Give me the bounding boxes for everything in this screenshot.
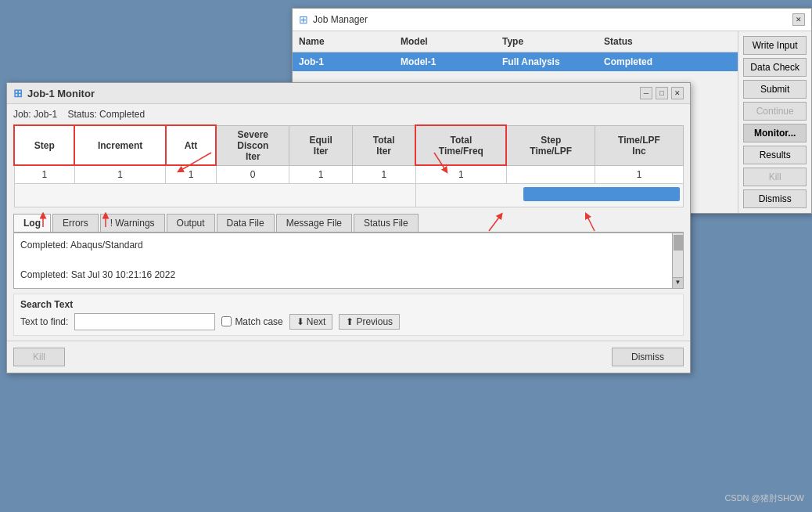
monitor-status-label: Status: — [67, 109, 96, 120]
monitor-tabs: Log Errors ! Warnings Output Data File M… — [13, 214, 684, 233]
monitor-window-controls: ─ □ ✕ — [640, 87, 684, 99]
monitor-minimize-btn[interactable]: ─ — [640, 87, 652, 99]
monitor-maximize-btn[interactable]: □ — [656, 87, 668, 99]
progress-empty — [14, 184, 415, 207]
next-arrow-icon: ⬇ — [296, 316, 304, 327]
cell-increment: 1 — [74, 165, 165, 184]
col-increment: Increment — [74, 125, 165, 165]
data-check-button[interactable]: Data Check — [743, 58, 807, 77]
jm-row-type: Full Analysis — [496, 55, 598, 69]
cell-time-inc: 1 — [595, 165, 683, 184]
jm-col-status: Status — [598, 34, 692, 49]
match-case-checkbox[interactable] — [221, 316, 232, 326]
monitor-kill-button[interactable]: Kill — [13, 348, 65, 366]
jm-buttons-panel: Write Input Data Check Submit Continue M… — [738, 31, 811, 213]
jm-row-model: Model-1 — [394, 55, 496, 69]
tab-status-file[interactable]: Status File — [354, 214, 419, 232]
monitor-status-value: Completed — [99, 109, 145, 120]
monitor-data-table: Step Increment Att SevereDisconIter Equi… — [13, 124, 684, 207]
search-input[interactable] — [74, 313, 215, 330]
monitor-window: ⊞ Job-1 Monitor ─ □ ✕ Job: Job-1 Status:… — [6, 82, 691, 373]
scroll-down-btn[interactable]: ▼ — [673, 277, 683, 288]
monitor-content-area: Job: Job-1 Status: Completed Step Increm… — [7, 104, 690, 341]
progress-bar-cell — [415, 184, 683, 207]
jm-table-row[interactable]: Job-1 Model-1 Full Analysis Completed — [293, 52, 738, 71]
jm-dismiss-button[interactable]: Dismiss — [743, 189, 807, 208]
jm-kill-button[interactable]: Kill — [743, 168, 807, 186]
col-time-inc: Time/LPFInc — [595, 125, 683, 165]
jm-window-controls: ✕ — [792, 13, 805, 26]
cell-step: 1 — [14, 165, 74, 184]
scroll-thumb[interactable] — [674, 235, 683, 251]
monitor-close-btn[interactable]: ✕ — [671, 87, 684, 99]
jm-col-model: Model — [394, 34, 496, 49]
table-header-row: Step Increment Att SevereDisconIter Equi… — [14, 125, 684, 165]
match-case-label[interactable]: Match case — [221, 316, 282, 327]
prev-label: Previous — [356, 316, 393, 327]
col-step-time: StepTime/LPF — [506, 125, 595, 165]
search-row: Text to find: Match case ⬇ Next ⬆ Previo… — [20, 313, 677, 330]
col-equil-iter: EquilIter — [289, 125, 353, 165]
log-line-1: Completed: Abaqus/Standard — [20, 238, 667, 253]
col-total-iter: TotalIter — [353, 125, 416, 165]
col-total-time: TotalTime/Freq — [415, 125, 506, 165]
cell-total-time: 1 — [415, 165, 506, 184]
jm-col-name: Name — [293, 34, 394, 49]
jm-app-icon: ⊞ — [299, 13, 308, 26]
job-manager-titlebar: ⊞ Job Manager ✕ — [293, 9, 811, 31]
monitor-button[interactable]: Monitor... — [743, 124, 807, 142]
results-button[interactable]: Results — [743, 146, 807, 164]
job-manager-title: Job Manager — [313, 14, 368, 25]
progress-bar — [523, 187, 680, 201]
tab-log[interactable]: Log — [13, 214, 51, 232]
tab-warnings[interactable]: ! Warnings — [100, 214, 165, 232]
log-scrollbar[interactable]: ▼ — [672, 233, 683, 288]
search-area: Search Text Text to find: Match case ⬇ N… — [13, 294, 684, 336]
write-input-button[interactable]: Write Input — [743, 36, 807, 55]
cell-att: 1 — [166, 165, 217, 184]
submit-button[interactable]: Submit — [743, 80, 807, 99]
jm-table-header: Name Model Type Status — [293, 31, 738, 52]
log-line-2 — [20, 253, 667, 268]
watermark: CSDN @猪肘SHOW — [724, 492, 804, 504]
jm-col-type: Type — [496, 34, 598, 49]
monitor-title: Job-1 Monitor — [27, 88, 95, 99]
tab-errors[interactable]: Errors — [52, 214, 99, 232]
monitor-bottom-bar: Kill Dismiss — [7, 341, 690, 373]
tab-output[interactable]: Output — [167, 214, 215, 232]
table-data-row: 1 1 1 0 1 1 1 1 — [14, 165, 684, 184]
monitor-table-container: Step Increment Att SevereDisconIter Equi… — [13, 124, 684, 207]
previous-button[interactable]: ⬆ Previous — [339, 314, 400, 330]
jm-row-status: Completed — [598, 55, 692, 69]
continue-button[interactable]: Continue — [743, 102, 807, 121]
match-case-text: Match case — [235, 316, 282, 327]
text-to-find-label: Text to find: — [20, 316, 68, 327]
monitor-dismiss-button[interactable]: Dismiss — [612, 348, 684, 366]
tab-data-file[interactable]: Data File — [217, 214, 275, 232]
cell-step-time — [506, 165, 595, 184]
log-line-3: Completed: Sat Jul 30 10:21:16 2022 — [20, 268, 667, 283]
col-att: Att — [166, 125, 217, 165]
next-label: Next — [307, 316, 326, 327]
cell-severe-discon: 0 — [216, 165, 289, 184]
prev-arrow-icon: ⬆ — [346, 316, 354, 327]
cell-equil-iter: 1 — [289, 165, 353, 184]
monitor-job-name: Job-1 — [34, 109, 57, 120]
monitor-titlebar: ⊞ Job-1 Monitor ─ □ ✕ — [7, 83, 690, 104]
monitor-app-icon: ⊞ — [13, 87, 23, 99]
cell-total-iter: 1 — [353, 165, 416, 184]
progress-bar-row — [14, 184, 684, 207]
monitor-job-label: Job: — [13, 109, 31, 120]
tab-message-file[interactable]: Message File — [276, 214, 352, 232]
log-area: Completed: Abaqus/Standard Completed: Sa… — [13, 233, 684, 289]
col-step: Step — [14, 125, 74, 165]
col-severe-discon: SevereDisconIter — [216, 125, 289, 165]
next-button[interactable]: ⬇ Next — [289, 314, 333, 330]
search-title: Search Text — [20, 299, 677, 310]
jm-close-btn[interactable]: ✕ — [792, 13, 805, 26]
jm-row-name: Job-1 — [293, 55, 394, 69]
monitor-status-bar: Job: Job-1 Status: Completed — [13, 109, 684, 120]
